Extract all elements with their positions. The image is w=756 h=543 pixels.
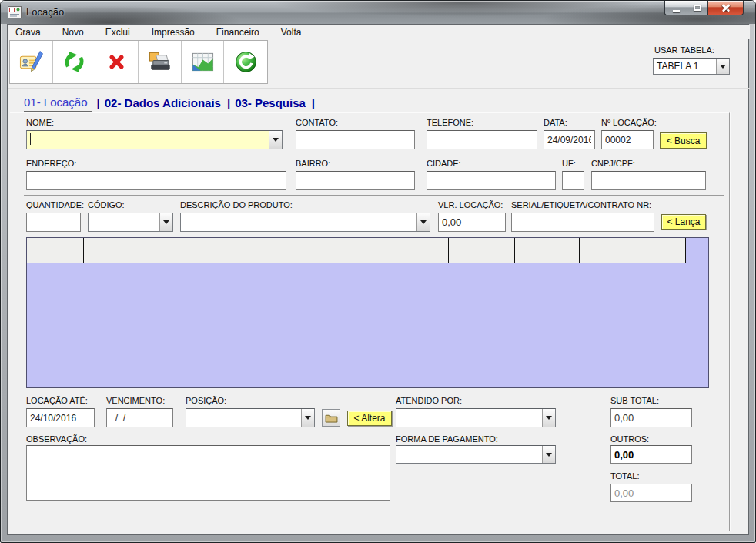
back-orb-icon: [234, 50, 258, 74]
cidade-input[interactable]: [427, 171, 556, 190]
quantidade-input[interactable]: [26, 213, 81, 232]
close-icon: [721, 3, 731, 12]
window-title: Locação: [26, 6, 64, 18]
menu-grava[interactable]: Grava: [15, 27, 41, 38]
items-grid-header: [27, 238, 686, 263]
atendido-por-combobox-arrow[interactable]: [542, 409, 555, 427]
back-button[interactable]: [224, 41, 267, 83]
forma-pagamento-combobox-arrow[interactable]: [542, 446, 555, 463]
descricao-label: DESCRIÇÃO DO PRODUTO:: [180, 200, 293, 209]
total-label: TOTAL:: [610, 471, 640, 481]
telefone-input[interactable]: [427, 130, 537, 149]
items-grid-body[interactable]: [27, 263, 708, 387]
atendido-por-label: ATENDIDO POR:: [396, 396, 462, 405]
save-record-button[interactable]: [10, 41, 53, 83]
altera-button[interactable]: < Altera: [347, 411, 392, 426]
posicao-combobox-arrow[interactable]: [301, 409, 314, 427]
toolbar-button-group: [9, 40, 268, 84]
tabela-combobox-arrow[interactable]: [716, 59, 729, 74]
grid-column-header[interactable]: [27, 238, 84, 263]
contato-input[interactable]: [296, 130, 415, 149]
bairro-label: BAIRRO:: [296, 159, 330, 168]
maximize-button[interactable]: [687, 1, 708, 15]
n-locacao-input[interactable]: [601, 130, 654, 149]
close-button[interactable]: [708, 1, 744, 15]
locacao-ate-input[interactable]: [26, 408, 95, 427]
window-controls: [664, 1, 744, 15]
descricao-combobox-arrow[interactable]: [416, 213, 430, 231]
posicao-combobox[interactable]: [186, 408, 315, 427]
edit-contact-icon: [19, 50, 43, 74]
print-button[interactable]: [139, 41, 182, 83]
tab-dados-adicionais[interactable]: 02- Dados Adicionais: [105, 96, 226, 112]
descricao-combobox[interactable]: [180, 213, 430, 232]
folder-browse-button[interactable]: [322, 409, 340, 427]
grid-column-header[interactable]: [580, 238, 686, 263]
usar-tabela-label: USAR TABELA:: [654, 45, 714, 55]
endereco-label: ENDEREÇO:: [26, 159, 76, 168]
forma-pagamento-combobox-value: [396, 446, 542, 463]
toolbar: USAR TABELA: TABELA 1: [8, 39, 750, 89]
observacao-textarea[interactable]: [26, 445, 390, 501]
serial-label: SERIAL/ETIQUETA/CONTRATO NR:: [511, 200, 651, 209]
contato-label: CONTATO:: [296, 118, 338, 127]
tab-locacao[interactable]: 01- Locação: [24, 96, 92, 112]
menu-financeiro[interactable]: Financeiro: [216, 27, 259, 38]
grid-column-header[interactable]: [515, 238, 580, 263]
lanca-button[interactable]: < Lança: [661, 214, 706, 230]
cnpj-cpf-input[interactable]: [591, 171, 706, 190]
busca-button[interactable]: < Busca: [660, 132, 707, 149]
titlebar[interactable]: Locação: [1, 1, 755, 24]
codigo-combobox-arrow[interactable]: [159, 213, 172, 231]
maximize-icon: [694, 5, 701, 11]
total-input[interactable]: [610, 484, 692, 502]
data-input[interactable]: [544, 130, 595, 149]
folder-icon: [325, 413, 338, 423]
sub-total-input[interactable]: [610, 408, 692, 427]
new-record-button[interactable]: [53, 41, 96, 83]
menu-volta[interactable]: Volta: [281, 27, 302, 38]
tabela-combobox[interactable]: TABELA 1: [653, 58, 730, 75]
descricao-combobox-value: [181, 213, 416, 231]
forma-pagamento-combobox[interactable]: [396, 445, 556, 464]
codigo-combobox-value: [89, 213, 159, 231]
outros-label: OUTROS:: [610, 434, 649, 444]
delete-record-button[interactable]: [95, 41, 139, 83]
tabela-combobox-value: TABELA 1: [654, 59, 716, 74]
chevron-down-icon: [273, 138, 279, 145]
nome-combobox-arrow[interactable]: [269, 131, 282, 149]
menu-exclui[interactable]: Exclui: [105, 27, 130, 38]
endereco-input[interactable]: [26, 171, 286, 190]
vencimento-input[interactable]: [106, 408, 173, 427]
n-locacao-label: Nº LOCAÇÃO:: [601, 118, 657, 127]
nome-combobox[interactable]: [26, 130, 283, 149]
delete-x-icon: [105, 50, 129, 74]
atendido-por-combobox-value: [396, 409, 542, 427]
locacao-ate-label: LOCAÇÃO ATÉ:: [26, 396, 88, 405]
finance-button[interactable]: [182, 41, 225, 83]
bairro-input[interactable]: [296, 171, 415, 190]
grid-column-header[interactable]: [179, 238, 449, 263]
forma-pagamento-label: FORMA DE PAGAMENTO:: [396, 434, 498, 444]
codigo-label: CÓDIGO:: [88, 200, 125, 209]
telefone-label: TELEFONE:: [427, 118, 473, 127]
minimize-button[interactable]: [664, 1, 687, 15]
uf-label: UF:: [562, 159, 576, 168]
codigo-combobox[interactable]: [88, 213, 173, 232]
menu-novo[interactable]: Novo: [62, 27, 84, 38]
grid-column-header[interactable]: [84, 238, 179, 263]
grid-column-header[interactable]: [449, 238, 515, 263]
uf-input[interactable]: [562, 171, 584, 190]
items-grid[interactable]: [26, 237, 709, 388]
tab-pesquisa[interactable]: 03- Pesquisa: [235, 96, 310, 112]
atendido-por-combobox[interactable]: [396, 408, 556, 427]
serial-input[interactable]: [511, 213, 654, 232]
printer-icon: [148, 50, 172, 74]
chevron-down-icon: [163, 220, 169, 227]
menu-impressao[interactable]: Impressão: [152, 27, 195, 38]
posicao-label: POSIÇÃO:: [186, 396, 226, 405]
refresh-recycle-icon: [62, 50, 86, 74]
cnpj-cpf-label: CNPJ/CPF:: [591, 159, 635, 168]
vlr-locacao-input[interactable]: [438, 213, 506, 232]
outros-input[interactable]: [610, 445, 692, 464]
